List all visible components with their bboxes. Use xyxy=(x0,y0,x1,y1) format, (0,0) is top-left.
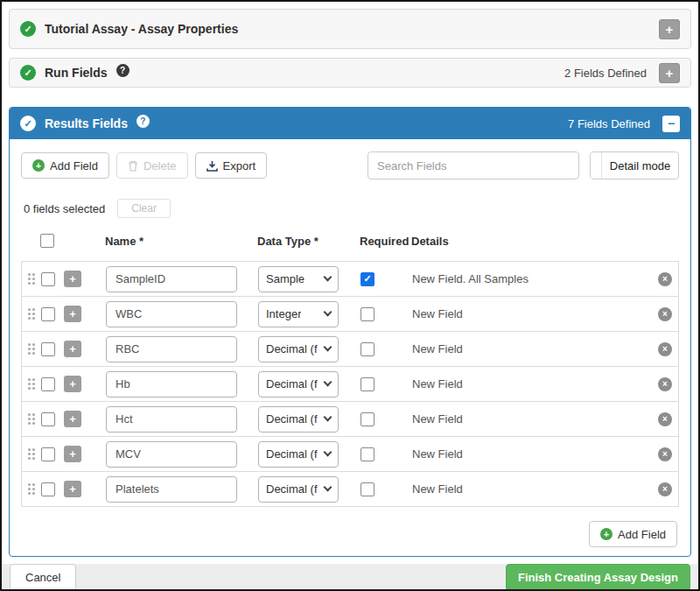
data-type-select[interactable]: Decimal (f xyxy=(258,371,339,398)
row-select-checkbox[interactable] xyxy=(41,307,55,321)
chevron-down-icon xyxy=(324,448,332,457)
collapse-results-fields-button[interactable]: − xyxy=(662,116,680,132)
chevron-down-icon xyxy=(324,483,332,492)
expand-run-fields-button[interactable]: + xyxy=(659,63,680,83)
field-row: + Integer New Field × xyxy=(21,296,679,332)
field-name-input[interactable] xyxy=(106,336,237,362)
run-fields-count-badge: 2 Fields Defined xyxy=(564,67,647,80)
field-name-input[interactable] xyxy=(106,476,237,503)
plus-circle-icon: + xyxy=(600,528,612,540)
required-checkbox[interactable] xyxy=(360,482,374,496)
export-button[interactable]: Export xyxy=(195,152,268,179)
field-row: + Decimal (f New Field × xyxy=(21,366,679,402)
required-checkbox[interactable] xyxy=(360,447,374,461)
field-row: + Decimal (f New Field × xyxy=(21,471,679,507)
field-name-input[interactable] xyxy=(106,441,237,468)
row-select-checkbox[interactable] xyxy=(41,377,55,391)
search-fields-input[interactable] xyxy=(368,151,579,179)
remove-field-icon[interactable]: × xyxy=(658,272,672,286)
fields-table-header: Name * Data Type * Required Details xyxy=(21,232,679,250)
required-checkbox[interactable] xyxy=(360,342,374,356)
drag-handle-icon[interactable] xyxy=(28,413,35,425)
field-name-input[interactable] xyxy=(106,301,237,327)
chevron-down-icon xyxy=(324,413,332,422)
add-field-button[interactable]: + Add Field xyxy=(21,152,109,179)
row-select-checkbox[interactable] xyxy=(41,482,55,496)
column-header-details: Details xyxy=(411,235,449,248)
drag-handle-icon[interactable] xyxy=(28,343,35,355)
remove-field-icon[interactable]: × xyxy=(658,412,672,426)
field-row: + Decimal (f New Field × xyxy=(21,401,679,437)
add-field-button-bottom[interactable]: + Add Field xyxy=(589,521,677,547)
data-type-select[interactable]: Decimal (f xyxy=(258,406,339,433)
field-details-text: New Field. All Samples xyxy=(412,272,528,285)
expand-field-button[interactable]: + xyxy=(64,446,81,462)
expand-field-button[interactable]: + xyxy=(64,481,81,497)
assay-designer-content: ✓ Tutorial Assay - Assay Properties + ✓ … xyxy=(2,2,698,564)
drag-handle-icon[interactable] xyxy=(28,378,35,390)
chevron-down-icon xyxy=(324,343,332,352)
column-header-name: Name * xyxy=(105,235,144,248)
cancel-button[interactable]: Cancel xyxy=(10,564,76,591)
remove-field-icon[interactable]: × xyxy=(658,307,672,321)
required-checkbox[interactable] xyxy=(360,307,374,321)
data-type-value: Integer xyxy=(266,307,301,320)
detail-mode-toggle[interactable]: Detail mode xyxy=(590,151,679,179)
help-icon[interactable]: ? xyxy=(136,115,150,128)
toggle-knob xyxy=(591,152,602,179)
required-checkbox[interactable] xyxy=(360,412,374,426)
row-select-checkbox[interactable] xyxy=(41,447,55,461)
field-details-text: New Field xyxy=(412,377,463,390)
finish-creating-assay-design-button[interactable]: Finish Creating Assay Design xyxy=(506,564,690,591)
drag-handle-icon[interactable] xyxy=(28,448,35,460)
expand-field-button[interactable]: + xyxy=(64,376,81,392)
remove-field-icon[interactable]: × xyxy=(658,447,672,461)
expand-field-button[interactable]: + xyxy=(64,341,81,357)
remove-field-icon[interactable]: × xyxy=(658,342,672,356)
fields-toolbar: + Add Field Delete Expo xyxy=(21,151,679,179)
clear-selection-button[interactable]: Clear xyxy=(117,199,171,218)
results-fields-title: Results Fields xyxy=(45,116,128,130)
panel-results-fields: ✓ Results Fields ? 7 Fields Defined − + … xyxy=(9,107,691,557)
required-checkbox[interactable] xyxy=(360,377,374,391)
row-select-checkbox[interactable] xyxy=(41,412,55,426)
expand-assay-properties-button[interactable]: + xyxy=(659,19,680,39)
chevron-down-icon xyxy=(324,273,332,282)
assay-designer-window: ✓ Tutorial Assay - Assay Properties + ✓ … xyxy=(0,0,700,591)
chevron-down-icon xyxy=(324,378,332,387)
delete-button[interactable]: Delete xyxy=(116,152,188,179)
column-header-required: Required xyxy=(360,235,409,248)
assay-properties-title: Tutorial Assay - Assay Properties xyxy=(45,22,238,36)
results-fields-body: + Add Field Delete Expo xyxy=(10,139,690,556)
check-circle-icon: ✓ xyxy=(20,65,36,81)
data-type-select[interactable]: Decimal (f xyxy=(258,441,339,468)
required-checkbox[interactable]: ✓ xyxy=(360,272,374,286)
row-select-checkbox[interactable] xyxy=(41,272,55,286)
expand-field-button[interactable]: + xyxy=(64,411,81,427)
selection-summary-row: 0 fields selected Clear xyxy=(21,199,679,218)
field-row: + Decimal (f New Field × xyxy=(21,331,679,367)
expand-field-button[interactable]: + xyxy=(64,306,81,322)
remove-field-icon[interactable]: × xyxy=(658,482,672,496)
drag-handle-icon[interactable] xyxy=(28,273,35,285)
field-name-input[interactable] xyxy=(106,266,237,292)
data-type-value: Sample xyxy=(266,272,304,285)
field-details-text: New Field xyxy=(412,447,463,461)
data-type-select[interactable]: Decimal (f xyxy=(258,336,339,362)
field-name-input[interactable] xyxy=(106,371,237,398)
panel-assay-properties: ✓ Tutorial Assay - Assay Properties + xyxy=(9,9,691,49)
chevron-down-icon xyxy=(324,308,332,317)
row-select-checkbox[interactable] xyxy=(41,342,55,356)
expand-field-button[interactable]: + xyxy=(64,271,81,287)
results-fields-header: ✓ Results Fields ? 7 Fields Defined − xyxy=(10,108,690,139)
drag-handle-icon[interactable] xyxy=(28,483,35,495)
data-type-select[interactable]: Integer xyxy=(258,301,339,327)
select-all-checkbox[interactable] xyxy=(40,234,54,248)
field-name-input[interactable] xyxy=(106,406,237,433)
remove-field-icon[interactable]: × xyxy=(658,377,672,391)
drag-handle-icon[interactable] xyxy=(28,308,35,320)
data-type-value: Decimal (f xyxy=(266,482,318,496)
data-type-select[interactable]: Sample xyxy=(258,266,339,292)
help-icon[interactable]: ? xyxy=(116,64,130,77)
data-type-select[interactable]: Decimal (f xyxy=(258,476,339,503)
